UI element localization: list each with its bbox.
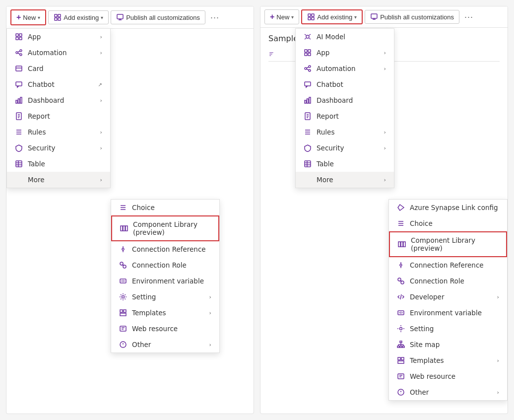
svg-rect-60 [308, 14, 311, 16]
chatbot-label-right: Chatbot [317, 80, 386, 88]
connection-ref-label-left: Connection Reference [132, 245, 211, 253]
add-existing-button-right[interactable]: Add existing ▾ [301, 9, 363, 24]
menu-item-report-right[interactable]: Report [296, 108, 394, 124]
svg-point-42 [120, 262, 123, 265]
svg-point-39 [122, 248, 124, 250]
submenu-web-resource-right[interactable]: Web resource [389, 368, 507, 384]
submenu-setting-right[interactable]: Setting [389, 321, 507, 337]
other-label-left: Other [132, 341, 204, 349]
submenu-connection-ref-left[interactable]: Connection Reference [111, 241, 219, 257]
svg-rect-72 [308, 50, 311, 52]
more-arrow-left: › [100, 177, 102, 183]
menu-item-table-right[interactable]: Table [296, 156, 394, 172]
menu-item-automation-left[interactable]: Automation › [7, 45, 110, 61]
other-arrow-right: › [497, 389, 499, 396]
web-resource-icon-right [397, 372, 405, 380]
menu-item-card-left[interactable]: Card [7, 61, 110, 76]
chatbot-icon-left [15, 80, 23, 88]
automation-arrow-right: › [384, 66, 386, 72]
svg-rect-81 [305, 100, 306, 103]
submenu-env-var-right[interactable]: Environment variable [389, 305, 507, 321]
submenu-templates-right[interactable]: Templates › [389, 352, 507, 368]
right-panel: + New ▾ Add existing ▾ Publish all custo… [260, 6, 508, 414]
submenu-env-var-left[interactable]: Environment variable [111, 273, 219, 289]
submenu-developer-right[interactable]: Developer › [389, 289, 507, 305]
more-options-left[interactable]: ··· [207, 10, 222, 25]
more-submenu-left: Choice Component Library (preview) Conne… [111, 199, 220, 353]
setting-arrow-left: › [209, 294, 211, 300]
menu-item-dashboard-left[interactable]: Dashboard › [7, 92, 110, 108]
publish-button-left[interactable]: Publish all customizations [111, 10, 205, 24]
connection-ref-icon-left [119, 245, 127, 253]
svg-rect-61 [312, 14, 314, 16]
submenu-connection-role-left[interactable]: Connection Role [111, 257, 219, 273]
submenu-choice-right[interactable]: Choice [389, 215, 507, 231]
report-label-right: Report [317, 112, 386, 120]
setting-label-right: Setting [410, 325, 499, 333]
menu-item-more-right[interactable]: More › [296, 172, 394, 188]
card-icon-left [15, 65, 23, 72]
templates-icon-right [397, 356, 405, 364]
svg-rect-124 [401, 357, 404, 360]
plus-icon-right: + [270, 12, 274, 21]
menu-item-automation-right[interactable]: Automation › [296, 61, 394, 76]
more-options-right[interactable]: ··· [461, 10, 476, 24]
submenu-component-library-left[interactable]: Component Library (preview) [111, 215, 219, 241]
chevron-add-left: ▾ [101, 15, 103, 20]
submenu-web-resource-left[interactable]: Web resource [111, 321, 219, 337]
menu-item-ai-model-right[interactable]: AI Model [296, 29, 394, 45]
report-icon-left [15, 112, 23, 120]
menu-item-security-left[interactable]: Security › [7, 140, 110, 156]
templates-label-left: Templates [132, 309, 204, 317]
more-submenu-right: Azure Synapse Link config Choice Compone… [388, 199, 508, 401]
new-dropdown-left: App › Automation › Card Chatbot ↗ [6, 28, 111, 188]
choice-label-right: Choice [410, 219, 499, 227]
app-arrow-right: › [384, 50, 386, 56]
svg-point-43 [123, 265, 126, 268]
submenu-site-map-right[interactable]: Site map [389, 337, 507, 352]
svg-rect-4 [117, 14, 123, 19]
svg-line-108 [400, 294, 401, 299]
submenu-connection-ref-right[interactable]: Connection Reference [389, 257, 507, 273]
submenu-azure-right[interactable]: Azure Synapse Link config [389, 200, 507, 215]
menu-item-security-right[interactable]: Security › [296, 140, 394, 156]
menu-item-dashboard-right[interactable]: Dashboard [296, 92, 394, 108]
site-map-icon-right [397, 341, 405, 349]
new-button-left[interactable]: + New ▾ [10, 9, 46, 25]
svg-rect-71 [305, 50, 307, 52]
connection-role-icon-left [119, 261, 127, 269]
new-button-right[interactable]: + New ▾ [264, 9, 299, 24]
submenu-connection-role-right[interactable]: Connection Role [389, 273, 507, 289]
rules-icon-left [15, 128, 23, 136]
submenu-other-left[interactable]: Other › [111, 337, 219, 352]
submenu-setting-left[interactable]: Setting › [111, 289, 219, 305]
svg-line-15 [18, 53, 20, 54]
web-resource-icon-left [119, 325, 127, 333]
submenu-templates-left[interactable]: Templates › [111, 305, 219, 321]
svg-point-106 [401, 281, 404, 284]
menu-item-rules-left[interactable]: Rules › [7, 124, 110, 140]
menu-item-chatbot-left[interactable]: Chatbot ↗ [7, 76, 110, 92]
add-existing-button-left[interactable]: Add existing ▾ [48, 10, 109, 24]
card-label-left: Card [28, 65, 102, 72]
azure-label-right: Azure Synapse Link config [410, 204, 499, 211]
menu-item-app-left[interactable]: App › [7, 29, 110, 45]
svg-rect-126 [398, 374, 404, 379]
menu-item-chatbot-right[interactable]: Chatbot [296, 76, 394, 92]
security-label-right: Security [317, 144, 379, 152]
menu-item-rules-right[interactable]: Rules › [296, 124, 394, 140]
svg-point-113 [400, 328, 402, 330]
svg-point-11 [16, 52, 18, 54]
choice-icon-left [119, 204, 127, 211]
other-icon-right [397, 388, 405, 396]
publish-button-right[interactable]: Publish all customizations [365, 10, 459, 24]
submenu-component-library-right[interactable]: Component Library (preview) [389, 231, 507, 257]
sort-icon-right [268, 51, 274, 57]
menu-item-app-right[interactable]: App › [296, 45, 394, 61]
menu-item-report-left[interactable]: Report [7, 108, 110, 124]
menu-item-more-left[interactable]: More › [7, 172, 110, 188]
app-arrow-left: › [100, 34, 102, 40]
submenu-choice-left[interactable]: Choice [111, 200, 219, 215]
submenu-other-right[interactable]: Other › [389, 384, 507, 400]
menu-item-table-left[interactable]: Table [7, 156, 110, 172]
